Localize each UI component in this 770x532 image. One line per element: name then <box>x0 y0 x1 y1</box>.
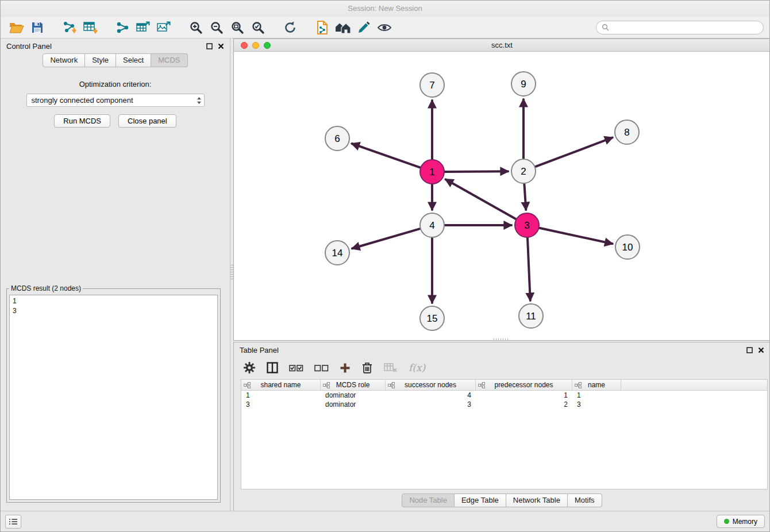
cell-successor_nodes: 4 <box>386 391 476 399</box>
graph-node-8[interactable]: 8 <box>615 120 639 144</box>
zoom-in-button[interactable] <box>186 19 206 36</box>
column-header-shared_name[interactable]: shared name <box>241 380 321 390</box>
graph-node-14[interactable]: 14 <box>325 241 349 265</box>
tab-style[interactable]: Style <box>85 53 116 67</box>
close-table-panel-icon[interactable] <box>758 347 764 353</box>
tab-network-table[interactable]: Network Table <box>506 494 568 507</box>
graph-node-label: 7 <box>429 80 434 91</box>
tab-motifs[interactable]: Motifs <box>568 494 602 507</box>
close-panel-icon[interactable] <box>218 43 224 49</box>
panel-splitter-grip[interactable] <box>230 265 233 280</box>
graph-node-label: 11 <box>526 311 536 322</box>
close-panel-button[interactable]: Close panel <box>118 114 176 128</box>
delete-table-button[interactable] <box>384 363 398 373</box>
memory-button[interactable]: Memory <box>717 515 765 528</box>
graph-edge-4-14[interactable] <box>352 229 420 248</box>
graph-node-15[interactable]: 15 <box>420 306 444 330</box>
node-table-header: shared nameMCDS rolesuccessor nodesprede… <box>241 380 767 391</box>
zoom-selected-button[interactable] <box>248 19 268 36</box>
float-panel-icon[interactable] <box>206 43 213 49</box>
open-session-button[interactable] <box>6 19 27 36</box>
import-table-file-button[interactable] <box>80 19 101 36</box>
table-panel-title: Table Panel <box>240 346 279 354</box>
deselect-all-button[interactable] <box>314 364 329 372</box>
tab-node-table[interactable]: Node Table <box>402 494 455 507</box>
search-input[interactable] <box>613 23 758 32</box>
mcds-result-line: 1 <box>13 296 214 306</box>
control-panel-tabs: NetworkStyleSelectMCDS <box>1 53 230 67</box>
float-table-panel-icon[interactable] <box>746 347 753 353</box>
window-title: Session: New Session <box>348 4 422 13</box>
criterion-dropdown[interactable]: strongly connected component <box>26 94 205 107</box>
maximize-window-icon[interactable] <box>264 42 271 49</box>
zoom-out-icon <box>210 21 224 34</box>
save-floppy-icon <box>31 21 44 34</box>
mcds-result-line: 3 <box>13 306 214 316</box>
graph-node-label: 6 <box>334 133 340 144</box>
zoom-fit-button[interactable] <box>227 19 248 36</box>
save-session-button[interactable] <box>27 19 48 36</box>
houses-icon <box>335 21 351 34</box>
document-network-icon <box>315 20 329 35</box>
import-network-file-button[interactable] <box>59 19 80 36</box>
create-column-button[interactable] <box>340 363 351 373</box>
function-builder-button[interactable]: f(x) <box>409 362 425 373</box>
network-canvas[interactable]: 7968124314101511 <box>234 52 770 340</box>
network-document-button[interactable] <box>312 19 333 36</box>
table-row[interactable]: 1dominator411 <box>241 391 767 400</box>
apply-layout-button[interactable] <box>280 19 301 36</box>
titlebar: Session: New Session <box>1 1 769 17</box>
graph-node-10[interactable]: 10 <box>615 235 640 259</box>
window-resize-grip[interactable] <box>494 338 509 341</box>
graph-edge-2-8[interactable] <box>536 138 613 167</box>
graph-edge-3-10[interactable] <box>540 228 613 244</box>
zoom-out-button[interactable] <box>206 19 227 36</box>
column-header-mcds_role[interactable]: MCDS role <box>321 380 386 390</box>
tab-edge-table[interactable]: Edge Table <box>455 494 506 507</box>
new-network-button[interactable] <box>112 19 133 36</box>
column-header-name[interactable]: name <box>572 380 621 390</box>
cell-successor_nodes: 3 <box>386 400 476 408</box>
graph-node-3[interactable]: 3 <box>515 213 539 237</box>
tab-mcds[interactable]: MCDS <box>151 53 187 67</box>
show-hide-button[interactable] <box>374 19 395 36</box>
annotations-button[interactable] <box>353 19 374 36</box>
minimize-window-icon[interactable] <box>252 42 259 49</box>
graph-node-1[interactable]: 1 <box>420 160 444 184</box>
graph-edge-3-11[interactable] <box>528 238 530 300</box>
column-header-predecessor_nodes[interactable]: predecessor nodes <box>476 380 572 390</box>
node-table-body: 1dominator4113dominator323 <box>241 391 767 409</box>
graph-node-11[interactable]: 11 <box>519 304 543 328</box>
first-neighbors-button[interactable] <box>333 19 353 36</box>
column-header-successor_nodes[interactable]: successor nodes <box>386 380 476 390</box>
graph-node-4[interactable]: 4 <box>420 213 444 237</box>
table-row[interactable]: 3dominator323 <box>241 400 767 409</box>
table-panel: Table Panel <box>233 342 770 512</box>
graph-node-2[interactable]: 2 <box>511 159 536 183</box>
graph-edge-1-2[interactable] <box>445 171 508 172</box>
checked-boxes-icon <box>289 364 303 372</box>
graph-edge-1-6[interactable] <box>352 144 421 168</box>
search-box[interactable] <box>596 21 764 34</box>
criterion-dropdown-value: strongly connected component <box>32 96 197 105</box>
select-all-button[interactable] <box>289 364 303 372</box>
cell-predecessor_nodes: 1 <box>476 391 572 399</box>
delete-column-button[interactable] <box>361 361 373 374</box>
graph-node-9[interactable]: 9 <box>511 72 536 96</box>
mcds-result-list[interactable]: 13 <box>9 295 218 500</box>
export-table-button[interactable] <box>133 19 153 36</box>
run-mcds-button[interactable]: Run MCDS <box>54 114 110 128</box>
show-columns-button[interactable] <box>267 362 278 373</box>
tab-select[interactable]: Select <box>116 53 151 67</box>
tab-network[interactable]: Network <box>43 53 85 67</box>
graph-node-6[interactable]: 6 <box>325 126 349 151</box>
graph-node-7[interactable]: 7 <box>420 73 444 97</box>
graph-edge-3-1[interactable] <box>446 179 516 219</box>
status-menu-button[interactable] <box>5 515 21 529</box>
close-window-icon[interactable] <box>241 42 248 49</box>
cell-mcds_role: dominator <box>321 391 386 399</box>
graph-edge-2-3[interactable] <box>524 184 526 210</box>
table-settings-button[interactable] <box>243 361 256 374</box>
export-image-button[interactable] <box>153 19 174 36</box>
graph-node-label: 1 <box>429 167 434 178</box>
